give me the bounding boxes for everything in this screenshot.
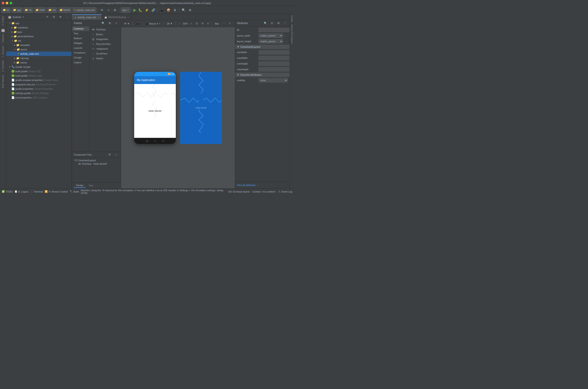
- close-button[interactable]: [2, 2, 4, 4]
- attr-section-constraintlayout[interactable]: ▼ ConstraintLayout: [235, 44, 290, 49]
- attr-layout-height-select[interactable]: match_parent wrap_content: [259, 39, 283, 43]
- settings-btn[interactable]: ⚙: [58, 14, 63, 20]
- status-build[interactable]: 🔨 Build: [69, 190, 79, 193]
- zoom-out-btn[interactable]: −: [177, 22, 181, 25]
- tree-drawable[interactable]: ▶ 📁 drawable: [6, 43, 71, 47]
- status-todo[interactable]: ✅ TODO: [2, 190, 13, 193]
- palette-search-btn[interactable]: 🔍: [100, 20, 106, 26]
- more-btn[interactable]: ⋮: [64, 14, 70, 20]
- comp-tree-more-btn[interactable]: +: [113, 152, 119, 158]
- palette-cat-buttons[interactable]: Buttons: [72, 36, 89, 41]
- tree-app[interactable]: ▼ 📁 app: [6, 21, 71, 25]
- palette-cat-containers[interactable]: Containers: [72, 50, 89, 55]
- tree-mipmap[interactable]: ▶ 📁 mipmap: [6, 56, 71, 60]
- attr-visibility-select[interactable]: none visible invisible gone: [259, 78, 288, 82]
- profile-btn[interactable]: ⚡: [144, 7, 149, 13]
- fit-btn[interactable]: ⊡: [194, 22, 199, 25]
- attr-minheight-input[interactable]: [259, 62, 290, 66]
- tree-local-properties[interactable]: 📄 local.properties (SDK Location): [6, 96, 71, 100]
- eye-btn[interactable]: 👁 ▼: [123, 22, 131, 25]
- sync-btn[interactable]: ⟳: [99, 7, 105, 13]
- close-tab-icon[interactable]: ✕: [97, 16, 99, 19]
- settings-btn[interactable]: ⚙: [112, 7, 118, 13]
- device-manager-btn[interactable]: 📱: [159, 7, 165, 13]
- search-everywhere-btn[interactable]: 🔍: [181, 7, 186, 13]
- status-event-log[interactable]: ⚠ Event Log: [278, 190, 292, 193]
- tree-generated-java[interactable]: ▶ 📁 generatedJava: [6, 34, 71, 38]
- sidebar-item-project[interactable]: 1: Project: [1, 15, 5, 27]
- palette-cat-layouts[interactable]: Layouts: [72, 45, 89, 50]
- tree-build-gradle-module[interactable]: 🟢 build.gradle (Module: app): [6, 73, 71, 78]
- tab-main-activity-java[interactable]: ☕ MainActivity.java ✕: [102, 14, 132, 20]
- palette-item-textview[interactable]: Ab TextView: [90, 27, 120, 32]
- sidebar-item-structure[interactable]: 7: Structure: [1, 45, 5, 59]
- comp-constraint-layout[interactable]: ⊡ ConstraintLayout: [74, 158, 119, 162]
- orientation-btn[interactable]: 📱: [135, 22, 140, 25]
- info-btn[interactable]: ℹ: [206, 22, 210, 25]
- sidebar-item-gradle[interactable]: Gradle: [290, 14, 294, 23]
- attr-more-btn[interactable]: ⋮: [282, 20, 288, 26]
- src-folder-btn[interactable]: 📂 src: [23, 7, 34, 13]
- app-module-select[interactable]: app ▼: [121, 7, 131, 13]
- attach-btn[interactable]: 🔗: [150, 7, 156, 13]
- minimize-button[interactable]: [6, 2, 8, 4]
- zoom-in-btn[interactable]: +: [189, 22, 193, 25]
- palette-item-switch[interactable]: ⚙ Switch: [90, 56, 120, 61]
- tree-java[interactable]: ▶ 📁 java: [6, 30, 71, 34]
- margin-btn[interactable]: 8dp: [213, 22, 220, 25]
- res-folder-btn[interactable]: 📂 res: [47, 7, 57, 13]
- palette-cat-widgets[interactable]: Widgets: [72, 41, 89, 45]
- sdk-manager-btn[interactable]: 📦: [166, 7, 171, 13]
- comp-tree-settings-btn[interactable]: ⚙: [107, 152, 112, 158]
- main-folder-btn[interactable]: 📂 main: [34, 7, 46, 13]
- fullscreen-button[interactable]: [10, 2, 12, 4]
- project-folder-btn[interactable]: 📁 02: [1, 7, 11, 13]
- sidebar-item-favorites[interactable]: 2: Favorites: [1, 59, 5, 73]
- palette-settings-btn[interactable]: ⚙: [107, 20, 112, 26]
- tree-manifests[interactable]: ▶ 📁 manifests: [6, 25, 71, 30]
- palette-cat-common[interactable]: Common: [72, 26, 89, 31]
- debug-btn[interactable]: 🐛: [137, 7, 143, 13]
- status-logcat[interactable]: 📋 6: Logcat: [14, 190, 28, 193]
- settings-gear-btn[interactable]: ⚙: [187, 7, 193, 13]
- run-button[interactable]: ▶: [133, 8, 136, 12]
- attr-height-more-btn[interactable]: ···: [284, 40, 288, 43]
- attr-maxwidth-input[interactable]: [259, 56, 290, 60]
- text-btn[interactable]: T: [228, 22, 232, 25]
- tree-layout[interactable]: ▼ 📁 layout: [6, 47, 71, 52]
- sync-project-btn[interactable]: ⟳: [44, 14, 50, 20]
- tree-activity-main-xml[interactable]: ✦ activity_main.xml: [6, 52, 71, 56]
- palette-item-fragment[interactable]: <> <fragment>: [90, 46, 120, 51]
- xml-file-btn[interactable]: ✦ activity_main.xml: [72, 7, 96, 13]
- api-level-btn[interactable]: 28 ▼: [166, 22, 174, 25]
- palette-item-button[interactable]: □ Button: [90, 32, 120, 37]
- tab-activity-main-xml[interactable]: ✦ activity_main.xml ✕: [72, 14, 102, 20]
- collapse-btn[interactable]: ⊟: [51, 14, 57, 20]
- tree-res[interactable]: ▼ 📁 res: [6, 38, 71, 43]
- sidebar-item-build-variants[interactable]: Build Variants: [1, 73, 5, 90]
- attr-layout-width-select[interactable]: match_parent wrap_content: [259, 33, 283, 38]
- palette-more-btn[interactable]: +: [113, 20, 119, 26]
- tree-proguard[interactable]: 📄 proguard-rules.pro (ProGuard Rules for…: [6, 82, 71, 87]
- palette-cat-google[interactable]: Google: [72, 55, 89, 60]
- tab-text[interactable]: Text: [86, 183, 95, 188]
- tab-design[interactable]: Design: [74, 183, 86, 188]
- sidebar-item-device-file-explorer[interactable]: Device File Explorer: [290, 23, 294, 45]
- tree-gradle-wrapper[interactable]: 📄 gradle-wrapper.properties (Gradle Vers…: [6, 78, 71, 82]
- device-selector[interactable]: 📱 Nexus 4 ▼: [144, 22, 162, 25]
- tree-gradle-scripts[interactable]: ▼ 🔧 Gradle Scripts: [6, 65, 71, 69]
- attr-width-more-btn[interactable]: ···: [284, 34, 288, 37]
- attr-id-input[interactable]: [259, 28, 290, 32]
- attr-maxheight-input[interactable]: [259, 67, 290, 71]
- palette-item-imageview[interactable]: 🖼 ImageView: [90, 37, 120, 42]
- attr-search-btn[interactable]: 🔍: [262, 20, 268, 26]
- grid-btn[interactable]: ⋯: [222, 22, 227, 25]
- status-version-control[interactable]: 🔀 9: Version Control: [45, 190, 68, 193]
- tree-build-gradle-project[interactable]: 🟢 build.gradle (Project: 02): [6, 69, 71, 73]
- attr-section-favorites[interactable]: ▼ Favorite Attributes: [235, 72, 290, 77]
- attr-design-mode-btn[interactable]: ⊡: [269, 20, 275, 26]
- tree-values[interactable]: ▶ 📁 values: [6, 60, 71, 65]
- comp-textview[interactable]: Ab TextView- "Hello World!": [74, 162, 119, 166]
- app-folder-btn[interactable]: 📁 app: [12, 7, 22, 13]
- close-tab-icon[interactable]: ✕: [127, 16, 129, 18]
